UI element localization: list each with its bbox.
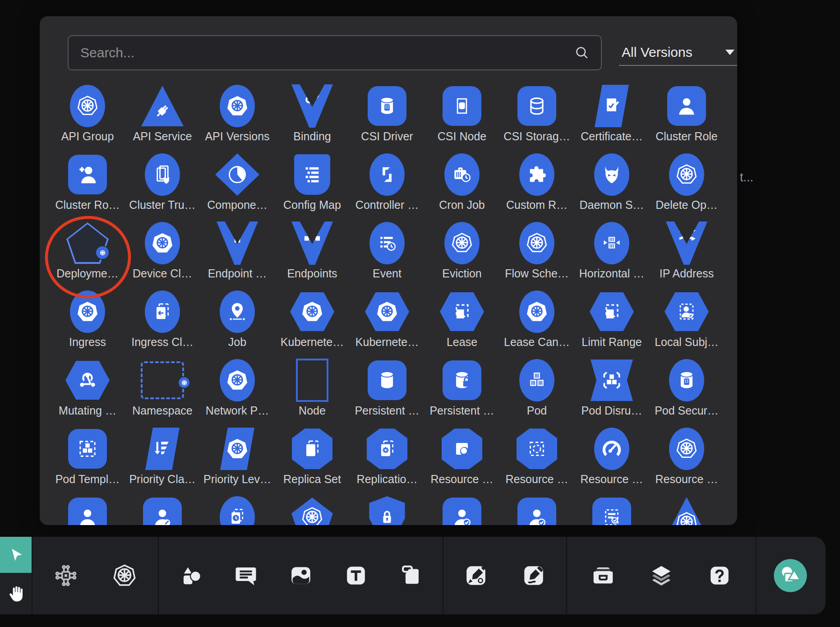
library-item-cluster-ro[interactable]: Cluster Ro… bbox=[50, 152, 125, 220]
library-item-cluster-tru[interactable]: Cluster Tru… bbox=[125, 152, 200, 220]
library-item-pod-secur[interactable]: Pod Secur… bbox=[649, 357, 724, 426]
library-item-eviction[interactable]: Eviction bbox=[425, 220, 499, 289]
library-item-label: CSI Node bbox=[438, 130, 486, 143]
version-filter-dropdown[interactable]: All Versions bbox=[619, 40, 737, 66]
library-item-list-check-dash[interactable] bbox=[574, 494, 649, 525]
comment-tool[interactable] bbox=[232, 562, 259, 589]
library-item-person-check[interactable] bbox=[425, 494, 499, 525]
pan-tool[interactable] bbox=[0, 573, 32, 614]
library-item-csi-storag[interactable]: CSI Storag… bbox=[499, 83, 574, 152]
library-item-resource[interactable]: Resource … bbox=[574, 426, 649, 494]
shape-library-tool[interactable] bbox=[777, 562, 804, 589]
library-item-namespace[interactable]: Namespace bbox=[125, 357, 200, 426]
library-item-lock[interactable] bbox=[350, 494, 425, 525]
stacked-docs-icon bbox=[292, 426, 332, 472]
library-item-label: Certificate… bbox=[581, 130, 643, 143]
library-item-compone[interactable]: Compone… bbox=[200, 152, 275, 220]
library-item-label: Resource … bbox=[655, 473, 718, 486]
image-tool[interactable] bbox=[287, 562, 314, 589]
library-item-api-versions[interactable]: API Versions bbox=[200, 83, 275, 152]
pencil-tool[interactable] bbox=[520, 562, 547, 589]
library-item-custom-r[interactable]: Custom R… bbox=[499, 152, 574, 220]
shapes-icon bbox=[178, 562, 204, 589]
library-item-certificate[interactable]: Certificate… bbox=[574, 83, 649, 152]
library-item-pod[interactable]: Pod bbox=[499, 357, 574, 426]
library-item-horizontal[interactable]: Horizontal … bbox=[574, 220, 649, 289]
library-item-pod-disru[interactable]: Pod Disru… bbox=[574, 357, 649, 426]
search-input[interactable] bbox=[69, 45, 574, 60]
library-item-ingress-cl[interactable]: Ingress Cl… bbox=[125, 289, 200, 357]
library-item-replica-set[interactable]: Replica Set bbox=[275, 426, 350, 494]
kubernetes-library-tool[interactable] bbox=[111, 562, 138, 589]
library-item-node[interactable]: Node bbox=[275, 357, 350, 426]
library-item-event[interactable]: Event bbox=[350, 220, 425, 289]
shapes-tool[interactable] bbox=[177, 562, 204, 589]
annotation-ellipse[interactable] bbox=[42, 213, 134, 301]
library-item-cron-job[interactable]: Cron Job bbox=[425, 152, 499, 220]
library-item-mutating[interactable]: Mutating … bbox=[50, 357, 125, 426]
library-item-label: Persistent … bbox=[355, 404, 419, 417]
library-item-person-check[interactable] bbox=[499, 494, 574, 525]
toolbar-panel bbox=[567, 537, 756, 614]
library-item-job[interactable]: Job bbox=[200, 289, 275, 357]
library-item-cluster-role[interactable]: Cluster Role bbox=[649, 83, 724, 152]
library-item-kubernete[interactable]: Kubernete… bbox=[350, 289, 425, 357]
library-item-label: Eviction bbox=[442, 267, 482, 280]
library-item-replicatio[interactable]: Replicatio… bbox=[350, 426, 425, 494]
pen-tool[interactable] bbox=[462, 562, 489, 589]
help-tool[interactable] bbox=[706, 562, 733, 589]
library-item-person-link[interactable] bbox=[125, 494, 200, 525]
library-item-controller[interactable]: Controller … bbox=[350, 152, 425, 220]
library-item-ip-address[interactable]: IP Address bbox=[649, 220, 724, 289]
library-item-resource[interactable]: Resource … bbox=[649, 426, 724, 494]
library-item-delete-op[interactable]: Delete Op… bbox=[649, 152, 724, 220]
plug-icon bbox=[141, 83, 184, 129]
library-item-label: Flow Sche… bbox=[505, 267, 569, 280]
person-check-icon bbox=[443, 494, 481, 525]
library-item-resource[interactable]: Resource … bbox=[425, 426, 499, 494]
library-item-local-subj[interactable]: Local Subj… bbox=[649, 289, 724, 357]
library-item-csi-driver[interactable]: CSI Driver bbox=[350, 83, 425, 152]
library-item-k8s-wheel[interactable] bbox=[649, 494, 724, 525]
library-item-label: Endpoints bbox=[287, 267, 337, 280]
library-item-endpoint[interactable]: Endpoint … bbox=[200, 220, 275, 289]
box-flow-down-icon bbox=[217, 220, 258, 266]
library-item-priority-cla[interactable]: Priority Cla… bbox=[125, 426, 200, 494]
library-item-daemon-s[interactable]: Daemon S… bbox=[574, 152, 649, 220]
library-item-k8s-wheel[interactable] bbox=[275, 494, 350, 525]
select-tool[interactable] bbox=[0, 537, 32, 573]
library-item-persistent[interactable]: Persistent … bbox=[425, 357, 499, 426]
library-item-resource[interactable]: Resource … bbox=[499, 426, 574, 494]
sticky-note-tool[interactable] bbox=[397, 562, 425, 589]
library-item-network-p[interactable]: Network P… bbox=[200, 357, 275, 426]
library-item-api-service[interactable]: API Service bbox=[125, 83, 200, 152]
library-item-config-map[interactable]: Config Map bbox=[275, 152, 350, 220]
library-item-docs-clock[interactable] bbox=[200, 494, 275, 525]
library-item-priority-lev[interactable]: Priority Lev… bbox=[200, 426, 275, 494]
library-item-lease-can[interactable]: Lease Can… bbox=[499, 289, 574, 357]
library-item-device-cl[interactable]: Device Cl… bbox=[125, 220, 200, 289]
arrow-list-icon bbox=[145, 426, 180, 472]
library-item-lease[interactable]: Lease bbox=[425, 289, 499, 357]
text-tool[interactable] bbox=[342, 562, 369, 589]
lock-icon bbox=[368, 494, 406, 525]
library-item-label: Endpoint … bbox=[208, 267, 267, 280]
library-item-person[interactable] bbox=[50, 494, 125, 525]
library-item-endpoints[interactable]: Endpoints bbox=[275, 220, 350, 289]
sync-arrows-icon bbox=[369, 152, 405, 198]
rect-outline-icon bbox=[296, 357, 328, 403]
canvas[interactable]: All Versions API GroupAPI ServiceAPI Ver… bbox=[0, 0, 840, 627]
chat-bubble-icon bbox=[233, 562, 259, 589]
library-item-pod-templ[interactable]: Pod Templ… bbox=[50, 426, 125, 494]
library-item-api-group[interactable]: API Group bbox=[50, 83, 125, 152]
layers-tool[interactable] bbox=[648, 562, 675, 589]
archive-tool[interactable] bbox=[590, 562, 617, 589]
library-item-csi-node[interactable]: CSI Node bbox=[425, 83, 499, 152]
library-item-binding[interactable]: Binding bbox=[275, 83, 350, 152]
library-item-flow-sche[interactable]: Flow Sche… bbox=[499, 220, 574, 289]
library-item-limit-range[interactable]: Limit Range bbox=[574, 289, 649, 357]
diagram-tool[interactable] bbox=[52, 562, 79, 589]
library-item-persistent[interactable]: Persistent … bbox=[350, 357, 425, 426]
library-item-kubernete[interactable]: Kubernete… bbox=[275, 289, 350, 357]
library-item-label: Pod bbox=[527, 404, 547, 417]
